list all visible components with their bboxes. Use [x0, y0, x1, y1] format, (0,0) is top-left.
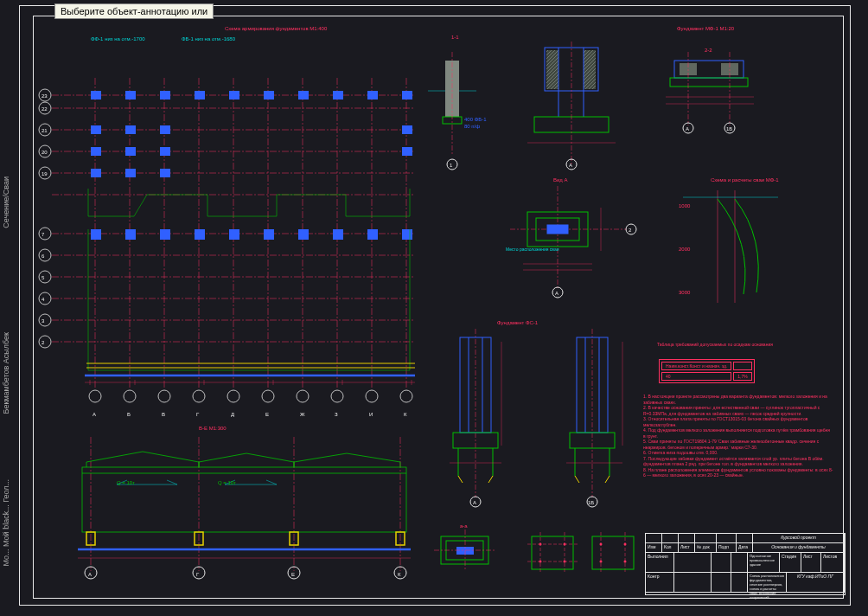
svg-text:20: 20: [41, 150, 48, 155]
svg-rect-46: [195, 229, 205, 240]
svg-text:80 п/ф: 80 п/ф: [464, 124, 480, 129]
svg-rect-94: [584, 50, 596, 89]
svg-rect-36: [91, 147, 101, 156]
svg-text:4: 4: [41, 297, 45, 302]
aa-title: а-а: [460, 523, 468, 529]
svg-text:21: 21: [41, 128, 48, 133]
svg-rect-47: [229, 229, 239, 240]
notes-header: Таблица требований допускаемых по осадка…: [657, 342, 813, 348]
svg-text:2000: 2000: [679, 247, 691, 252]
svg-rect-43: [91, 229, 101, 240]
svg-text:1Б: 1Б: [588, 500, 594, 505]
annotation-tooltip: Выберите объект-аннотацию или: [54, 3, 214, 19]
svg-text:2: 2: [629, 228, 632, 233]
svg-text:Д: Д: [231, 412, 234, 417]
svg-rect-49: [298, 229, 309, 240]
svg-rect-45: [160, 229, 170, 240]
leader-label: Место расположения сваи: [506, 247, 559, 252]
svg-rect-106: [670, 78, 748, 87]
svg-rect-37: [125, 147, 136, 156]
svg-point-62: [331, 390, 343, 402]
vertical-tab-2[interactable]: Бекмамбетов Асылбек: [0, 329, 12, 417]
svg-point-60: [262, 390, 274, 402]
svg-rect-23: [125, 91, 136, 99]
svg-rect-119: [547, 225, 568, 234]
svg-text:А: А: [686, 126, 689, 132]
svg-text:1Б: 1Б: [726, 126, 732, 132]
svg-rect-33: [125, 125, 136, 134]
mf1-title: Фундамент МФ-1 М1:20: [677, 26, 734, 31]
svg-rect-29: [333, 91, 343, 99]
vertical-tab-1[interactable]: Мо... Мой black... Геол...: [0, 476, 12, 570]
svg-text:3000: 3000: [679, 290, 691, 295]
svg-text:23: 23: [41, 93, 48, 99]
svg-rect-22: [91, 91, 101, 99]
svg-rect-28: [298, 91, 309, 99]
svg-text:1: 1: [450, 163, 453, 168]
svg-text:А: А: [88, 572, 92, 577]
svg-rect-173: [592, 536, 634, 569]
svg-rect-184: [82, 467, 406, 532]
seclong-title: В-Е М1:300: [199, 426, 227, 431]
svg-rect-51: [367, 229, 378, 240]
svg-text:Е: Е: [291, 572, 295, 577]
svg-text:А: А: [569, 163, 572, 168]
plan-title: Схема армирования фундаментов М1:400: [225, 26, 327, 31]
svg-text:К: К: [398, 572, 401, 577]
svg-text:2: 2: [41, 340, 45, 345]
svg-point-56: [124, 390, 136, 402]
svg-rect-27: [264, 91, 274, 99]
svg-rect-32: [91, 125, 101, 134]
svg-text:И: И: [369, 412, 373, 417]
svg-rect-52: [402, 229, 412, 240]
svg-text:В: В: [162, 412, 165, 417]
svg-text:Е: Е: [265, 412, 269, 417]
svg-rect-48: [264, 229, 274, 240]
svg-text:3: 3: [41, 318, 45, 324]
svg-line-147: [458, 476, 463, 483]
svg-text:Г: Г: [196, 572, 200, 577]
svg-rect-40: [91, 169, 101, 177]
sec11-title: 1-1: [451, 35, 459, 40]
svg-text:19: 19: [41, 171, 48, 176]
scheme-title: Схема и расчеты сваи МФ-1: [711, 177, 779, 183]
svg-point-63: [366, 390, 378, 402]
svg-text:А: А: [555, 291, 558, 296]
svg-point-57: [158, 390, 170, 402]
svg-text:Ж: Ж: [300, 412, 305, 417]
svg-text:400 ФБ-1: 400 ФБ-1: [464, 117, 487, 122]
svg-text:Г: Г: [196, 412, 200, 417]
svg-text:7: 7: [41, 232, 45, 237]
svg-rect-50: [333, 229, 343, 240]
svg-rect-164: [532, 536, 573, 569]
cad-drawing: 1 400 ФБ-1 80 п/ф А А1Б: [35, 17, 839, 597]
svg-point-59: [227, 390, 239, 402]
ff1-label: ФФ-1 низ на отм.-1700: [91, 36, 145, 42]
vertical-tab-3[interactable]: Сечение/Сваи: [0, 173, 12, 232]
svg-text:А: А: [93, 412, 96, 417]
svg-rect-44: [125, 229, 136, 240]
svg-rect-35: [402, 125, 412, 134]
viewa-title: Вид А: [553, 177, 568, 183]
svg-rect-24: [160, 91, 170, 99]
svg-text:22: 22: [41, 106, 48, 112]
svg-text:З: З: [335, 412, 338, 417]
q2-label: Q = 10т: [218, 480, 236, 485]
svg-point-55: [89, 390, 101, 402]
svg-rect-38: [160, 147, 170, 156]
svg-text:К: К: [404, 412, 407, 417]
svg-rect-39: [402, 147, 412, 156]
ff2-label: ФБ-1 низ на отм.-1680: [182, 36, 235, 42]
svg-rect-30: [367, 91, 378, 99]
svg-rect-34: [160, 125, 170, 134]
svg-point-58: [193, 390, 205, 402]
svg-text:5: 5: [41, 275, 45, 280]
svg-text:Б: Б: [127, 412, 131, 417]
notes-list: 1. В настоящем проекте рассмотрены два в…: [643, 394, 833, 478]
svg-rect-26: [229, 91, 239, 99]
svg-text:1000: 1000: [679, 203, 691, 209]
svg-text:6: 6: [41, 253, 45, 259]
svg-rect-93: [546, 50, 558, 89]
fc1-title: Фундамент ФС-1: [497, 320, 538, 325]
svg-point-61: [297, 390, 309, 402]
